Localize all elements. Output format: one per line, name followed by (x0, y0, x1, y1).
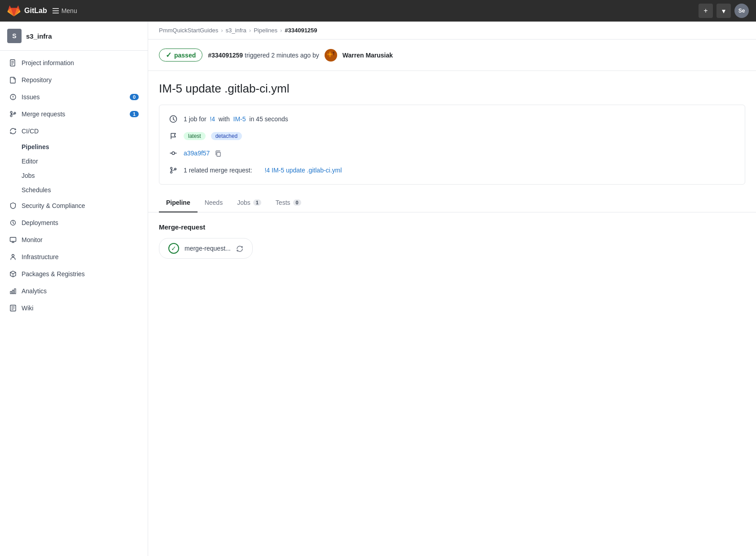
merge-requests-badge: 1 (130, 111, 139, 117)
analytics-icon (9, 287, 17, 295)
sidebar-sub-item-jobs[interactable]: Jobs (0, 168, 148, 183)
copy-icon[interactable] (215, 150, 221, 157)
job-refresh-icon[interactable] (236, 244, 243, 252)
job-status-icon: ✓ (168, 243, 179, 254)
menu-label: Menu (62, 7, 77, 14)
pipeline-info-box: 1 job for !4 with IM-5 in 45 seconds lat… (159, 105, 745, 185)
badge-latest: latest (184, 132, 206, 140)
hamburger-icon (53, 8, 59, 13)
merge-request-link[interactable]: !4 IM-5 update .gitlab-ci.yml (264, 167, 342, 174)
project-icon: S (7, 29, 22, 43)
new-item-button[interactable]: + (699, 4, 713, 18)
job-count-text: 1 job for !4 with IM-5 in 45 seconds (184, 115, 288, 123)
sidebar-header[interactable]: S s3_infra (0, 22, 148, 51)
svg-point-42 (171, 172, 172, 173)
badge-detached: detached (211, 132, 242, 140)
gitlab-logo-area[interactable]: GitLab (7, 4, 47, 18)
svg-line-36 (173, 119, 175, 121)
sidebar-sub-item-label: Pipelines (22, 143, 49, 150)
sidebar-item-deployments[interactable]: Deployments (0, 214, 148, 231)
dropdown-button[interactable]: ▾ (716, 4, 731, 18)
sidebar-item-label: Repository (22, 76, 139, 84)
sidebar-item-label: Deployments (22, 219, 139, 226)
sidebar-item-analytics[interactable]: Analytics (0, 282, 148, 300)
sidebar-item-wiki[interactable]: Wiki (0, 300, 148, 317)
user-avatar (325, 49, 337, 62)
pipeline-status-label: passed (174, 52, 196, 59)
sidebar-sub-item-schedules[interactable]: Schedules (0, 183, 148, 197)
sidebar-item-monitor[interactable]: Monitor (0, 231, 148, 248)
commit-icon (168, 148, 178, 158)
clock-icon (168, 114, 178, 124)
svg-rect-33 (333, 52, 334, 53)
svg-point-14 (12, 255, 14, 257)
sidebar-item-cicd[interactable]: CI/CD (0, 123, 148, 140)
deployments-icon (9, 219, 17, 227)
svg-point-7 (10, 111, 12, 113)
svg-rect-18 (14, 289, 16, 294)
svg-point-6 (13, 98, 13, 99)
branch-link[interactable]: IM-5 (233, 115, 246, 123)
monitor-icon (9, 236, 17, 244)
infrastructure-icon (9, 253, 17, 261)
sidebar-sub-item-pipelines[interactable]: Pipelines (0, 140, 148, 154)
tab-tests[interactable]: Tests 0 (268, 194, 308, 212)
avatar[interactable]: Se (734, 4, 749, 18)
sidebar-sub-item-label: Schedules (22, 186, 51, 194)
top-nav-right: + ▾ Se (699, 4, 749, 18)
sidebar-item-label: Merge requests (22, 110, 125, 118)
sidebar-item-infrastructure[interactable]: Infrastructure (0, 248, 148, 265)
svg-rect-31 (331, 55, 333, 57)
breadcrumb-link-project[interactable]: s3_infra (226, 27, 246, 34)
svg-rect-29 (327, 55, 329, 57)
sidebar-item-security-compliance[interactable]: Security & Compliance (0, 197, 148, 214)
svg-point-41 (171, 168, 172, 169)
file-icon (9, 76, 17, 84)
sidebar-item-label: Infrastructure (22, 253, 139, 260)
tab-jobs-label: Jobs (237, 199, 251, 206)
sidebar-item-packages-registries[interactable]: Packages & Registries (0, 265, 148, 282)
sidebar-item-label: Wiki (22, 304, 139, 312)
tab-pipeline-label: Pipeline (166, 199, 190, 206)
sidebar-item-label: Packages & Registries (22, 270, 139, 278)
commit-hash-link[interactable]: a39a9f57 (184, 150, 210, 157)
pipeline-job-card: ✓ merge-request... (159, 238, 253, 259)
gitlab-title: GitLab (24, 7, 47, 15)
jobs-count-badge: 1 (253, 199, 261, 206)
sidebar-item-project-information[interactable]: Project information (0, 54, 148, 71)
job-link[interactable]: !4 (210, 115, 215, 123)
merge-request-icon (168, 165, 178, 175)
sidebar-item-label: Project information (22, 59, 139, 66)
user-avatar-img (325, 50, 336, 61)
user-name: Warren Marusiak (343, 52, 393, 59)
sidebar-item-label: Security & Compliance (22, 202, 139, 209)
svg-rect-30 (329, 55, 331, 57)
pipeline-header: ✓ passed #334091259 triggered 2 minutes … (148, 40, 756, 71)
pipeline-trigger-text: #334091259 triggered 2 minutes ago by (208, 52, 319, 59)
tab-pipeline[interactable]: Pipeline (159, 194, 198, 212)
breadcrumb-link-org[interactable]: PmmQuickStartGuides (159, 27, 218, 34)
svg-rect-23 (327, 52, 329, 53)
merge-request-text: 1 related merge request: (184, 167, 252, 174)
merge-request-row: 1 related merge request: !4 IM-5 update … (168, 165, 736, 175)
sidebar-item-label: Issues (22, 93, 125, 101)
project-name: s3_infra (26, 32, 52, 40)
sidebar-item-label: Analytics (22, 287, 139, 295)
sidebar-sub-item-editor[interactable]: Editor (0, 154, 148, 168)
svg-rect-11 (10, 238, 16, 242)
sidebar-item-merge-requests[interactable]: Merge requests 1 (0, 106, 148, 123)
breadcrumb: PmmQuickStartGuides › s3_infra › Pipelin… (148, 22, 756, 40)
wiki-icon (9, 304, 17, 312)
commit-row: a39a9f57 (168, 148, 736, 158)
issues-icon (9, 93, 17, 101)
sidebar-item-label: Monitor (22, 236, 139, 243)
sidebar-item-label: CI/CD (22, 128, 139, 135)
passed-check-icon: ✓ (166, 51, 171, 59)
sidebar-item-repository[interactable]: Repository (0, 71, 148, 88)
breadcrumb-link-pipelines[interactable]: Pipelines (254, 27, 277, 34)
tab-needs[interactable]: Needs (198, 194, 230, 212)
sidebar-item-issues[interactable]: Issues 0 (0, 88, 148, 106)
tab-jobs[interactable]: Jobs 1 (230, 194, 268, 212)
triggered-text: triggered 2 minutes ago by (245, 52, 319, 59)
menu-button[interactable]: Menu (53, 7, 77, 14)
